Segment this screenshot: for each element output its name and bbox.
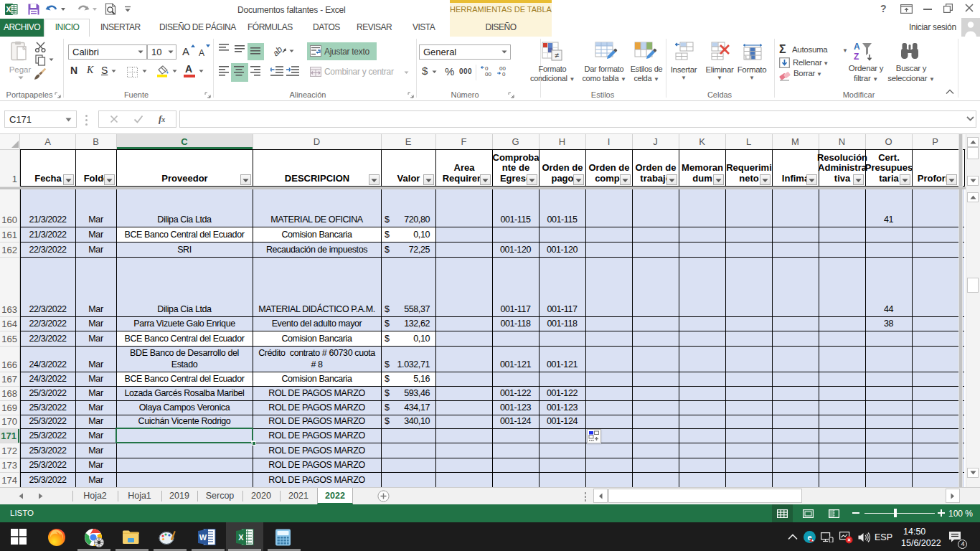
svg-text:0: 0 [502, 71, 506, 77]
svg-text:ab: ab [273, 44, 285, 57]
svg-text:X: X [238, 533, 244, 542]
svg-text:00: 00 [485, 71, 491, 77]
svg-text:W: W [199, 533, 207, 542]
svg-text:X: X [6, 5, 11, 14]
svg-text:≠: ≠ [555, 51, 559, 60]
svg-text:A: A [854, 42, 860, 52]
svg-text:Z: Z [854, 52, 859, 62]
